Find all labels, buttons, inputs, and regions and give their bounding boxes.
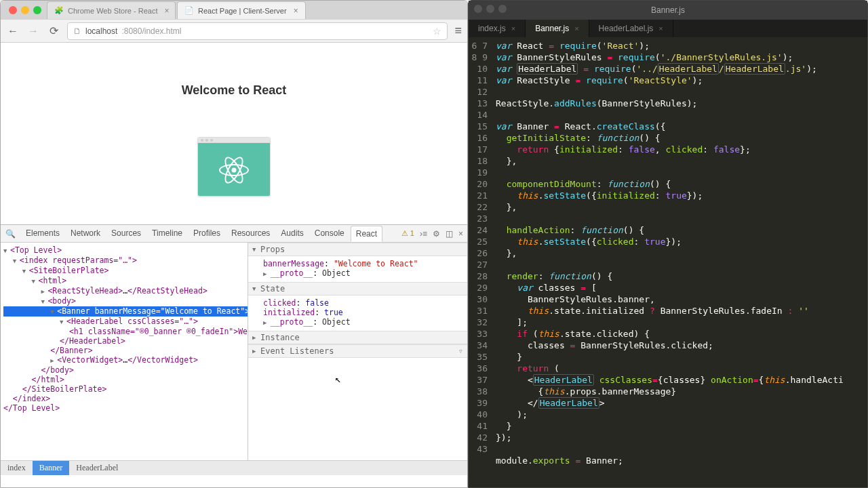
page-favicon: 📄 [184, 6, 194, 16]
devtools-tab-sources[interactable]: Sources [106, 226, 146, 242]
page-title: Welcome to React [182, 83, 287, 98]
url-path: :8080/index.html [121, 26, 181, 36]
devtools-tab-elements[interactable]: Elements [21, 226, 64, 242]
close-tab-icon[interactable]: × [294, 6, 298, 16]
props-section-header[interactable]: ▼Props [248, 243, 467, 256]
react-logo [198, 143, 270, 197]
editor-tab-headerlabel[interactable]: HeaderLabel.js× [589, 20, 673, 37]
url-host: localhost [85, 26, 117, 36]
react-side-panel: ▼Props bannerMessage: "Welcome to React"… [248, 243, 467, 460]
inspect-element-icon[interactable]: 🔍 [5, 229, 16, 239]
browser-tab-1[interactable]: 📄 React Page | Client-Server × [177, 1, 306, 19]
code-content[interactable]: var React = require('React'); var Banner… [492, 37, 867, 487]
close-tab-icon[interactable]: × [658, 24, 663, 33]
back-button[interactable]: ← [6, 25, 20, 37]
window-controls [3, 2, 47, 18]
editor-tab-index[interactable]: index.js× [469, 20, 526, 37]
browser-tab-strip: 🧩 Chrome Web Store - React × 📄 React Pag… [1, 1, 467, 20]
devtools-tab-console[interactable]: Console [310, 226, 349, 242]
minimize-window-button[interactable] [486, 5, 494, 13]
editor-title: Banner.js [651, 5, 685, 15]
react-component-tree[interactable]: <Top Level> <index requestParams="…"> <S… [1, 243, 248, 460]
minimize-window-button[interactable] [21, 6, 29, 14]
crumb-banner[interactable]: Banner [33, 461, 70, 475]
devtools-panel: 🔍 Elements Network Sources Timeline Prof… [1, 224, 467, 475]
close-tab-icon[interactable]: × [511, 24, 515, 33]
editor-tabs: index.js× Banner.js× HeaderLabel.js× [469, 20, 867, 37]
bookmark-star-icon[interactable]: ☆ [433, 26, 441, 37]
devtools-tab-react[interactable]: React [351, 226, 382, 242]
zoom-window-button[interactable] [498, 5, 507, 13]
console-toggle-icon[interactable]: ›≡ [420, 229, 427, 239]
close-devtools-icon[interactable]: × [458, 229, 463, 239]
dock-icon[interactable]: ◫ [446, 229, 453, 239]
zoom-window-button[interactable] [33, 6, 41, 14]
filter-icon[interactable]: ▿ [458, 346, 463, 356]
site-info-icon[interactable]: 🗋 [73, 26, 81, 36]
browser-menu-button[interactable]: ≡ [454, 24, 462, 38]
devtools-tab-profiles[interactable]: Profiles [189, 226, 225, 242]
event-listeners-section-header[interactable]: ▶Event Listeners▿ [248, 344, 467, 358]
page-content: Welcome to React [1, 43, 467, 224]
close-window-button[interactable] [9, 6, 17, 14]
card-titlebar [198, 138, 270, 143]
browser-tab-0[interactable]: 🧩 Chrome Web Store - React × [47, 1, 176, 19]
devtools-tab-network[interactable]: Network [66, 226, 105, 242]
code-area[interactable]: 6 7 8 9 10 11 12 13 14 15 16 17 18 19 20… [469, 37, 867, 487]
editor-tab-banner[interactable]: Banner.js× [526, 20, 589, 37]
editor-window: Banner.js index.js× Banner.js× HeaderLab… [468, 0, 868, 488]
state-section-header[interactable]: ▼State [248, 282, 467, 296]
close-tab-icon[interactable]: × [164, 6, 169, 16]
devtools-tabs: Elements Network Sources Timeline Profil… [21, 226, 382, 242]
devtools-toolbar: 🔍 Elements Network Sources Timeline Prof… [1, 225, 467, 243]
address-bar[interactable]: 🗋 localhost:8080/index.html ☆ [67, 22, 448, 40]
react-logo-card [197, 137, 271, 197]
warnings-count[interactable]: ⚠ 1 [401, 229, 414, 238]
state-body: clicked: false initialized: true ▶ __pro… [248, 296, 467, 331]
close-tab-icon[interactable]: × [574, 24, 578, 33]
selected-component-banner[interactable]: <Banner bannerMessage="Welcome to React"… [3, 306, 248, 317]
line-gutter: 6 7 8 9 10 11 12 13 14 15 16 17 18 19 20… [469, 37, 492, 487]
devtools-tab-timeline[interactable]: Timeline [147, 226, 187, 242]
devtools-tab-audits[interactable]: Audits [276, 226, 308, 242]
crumb-index[interactable]: index [1, 461, 33, 475]
crumb-headerlabel[interactable]: HeaderLabel [69, 461, 125, 475]
props-body: bannerMessage: "Welcome to React" ▶ __pr… [248, 256, 467, 282]
browser-window: 🧩 Chrome Web Store - React × 📄 React Pag… [0, 0, 468, 488]
component-breadcrumbs: index Banner HeaderLabel [1, 460, 467, 475]
editor-titlebar: Banner.js [469, 1, 867, 20]
webstore-favicon: 🧩 [54, 6, 64, 16]
reload-button[interactable]: ⟳ [47, 24, 60, 37]
mouse-cursor-icon: ↖ [335, 373, 341, 385]
close-window-button[interactable] [474, 5, 482, 13]
instance-section-header[interactable]: ▶Instance [248, 331, 467, 344]
tab-title: Chrome Web Store - React [68, 7, 157, 15]
devtools-tab-resources[interactable]: Resources [226, 226, 275, 242]
forward-button[interactable]: → [26, 25, 40, 37]
settings-icon[interactable]: ⚙ [433, 229, 440, 239]
browser-navbar: ← → ⟳ 🗋 localhost:8080/index.html ☆ ≡ [1, 20, 467, 43]
tab-title: React Page | Client-Server [198, 7, 287, 15]
editor-window-controls [469, 1, 512, 17]
react-atom-icon [218, 155, 250, 186]
